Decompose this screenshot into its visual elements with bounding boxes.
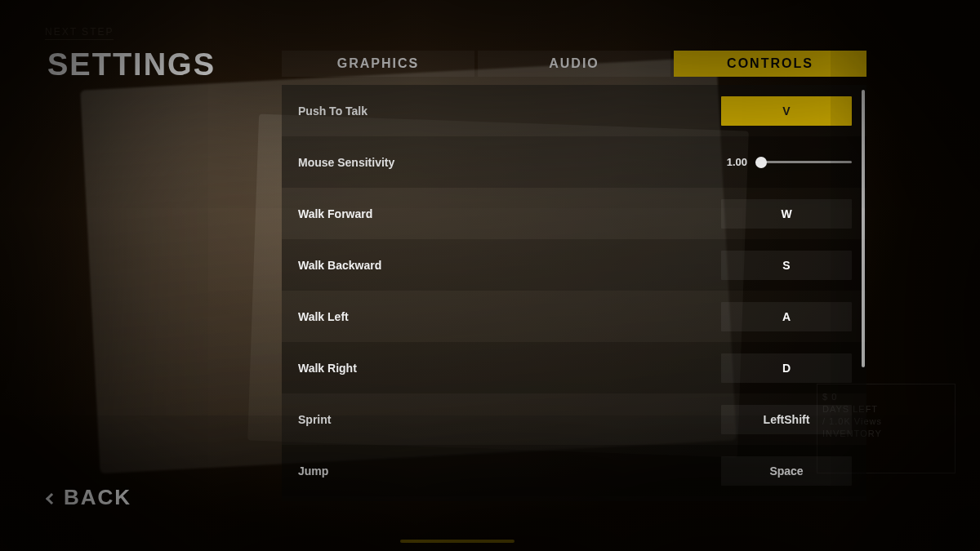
sensitivity-slider-wrap: 1.00	[721, 156, 852, 168]
tab-controls[interactable]: CONTROLS	[674, 51, 866, 77]
row-walk-backward: Walk Backward S	[282, 239, 866, 291]
row-mouse-sensitivity: Mouse Sensitivity 1.00	[282, 136, 866, 188]
row-jump: Jump Space	[282, 445, 866, 496]
sensitivity-value: 1.00	[721, 156, 747, 168]
back-button[interactable]: BACK	[47, 485, 131, 510]
row-walk-left: Walk Left A	[282, 291, 866, 342]
row-walk-forward: Walk Forward W	[282, 188, 866, 239]
row-label: Walk Right	[298, 362, 721, 375]
row-sprint: Sprint LeftShift	[282, 393, 866, 445]
controls-panel: Push To Talk V Mouse Sensitivity 1.00 Wa…	[282, 85, 866, 501]
row-label: Mouse Sensitivity	[298, 156, 721, 169]
row-walk-right: Walk Right D	[282, 342, 866, 393]
keybind-walk-left[interactable]: A	[721, 302, 852, 331]
row-label: Walk Forward	[298, 207, 721, 220]
chevron-left-icon	[46, 492, 57, 504]
row-label: Sprint	[298, 413, 721, 426]
keybind-sprint[interactable]: LeftShift	[721, 405, 852, 434]
keybind-walk-right[interactable]: D	[721, 353, 852, 383]
settings-tabs: GRAPHICS AUDIO CONTROLS	[282, 51, 866, 77]
sensitivity-slider-thumb[interactable]	[755, 157, 767, 168]
scrollbar[interactable]	[862, 90, 865, 367]
back-label: BACK	[64, 485, 131, 510]
keybind-push-to-talk[interactable]: V	[721, 96, 852, 126]
keybind-walk-forward[interactable]: W	[721, 199, 852, 229]
row-label: Push To Talk	[298, 104, 721, 118]
keybind-jump[interactable]: Space	[721, 456, 852, 486]
keybind-walk-backward[interactable]: S	[721, 251, 852, 280]
bottom-accent	[400, 540, 514, 543]
row-push-to-talk: Push To Talk V	[282, 85, 866, 136]
tab-graphics[interactable]: GRAPHICS	[282, 51, 474, 77]
row-label: Walk Left	[298, 310, 721, 323]
page-title: SETTINGS	[47, 47, 216, 82]
tab-audio[interactable]: AUDIO	[478, 51, 670, 77]
row-label: Jump	[298, 464, 721, 478]
sensitivity-slider[interactable]	[755, 161, 852, 163]
row-label: Walk Backward	[298, 259, 721, 272]
background-next-step: NEXT STEP	[45, 26, 114, 40]
